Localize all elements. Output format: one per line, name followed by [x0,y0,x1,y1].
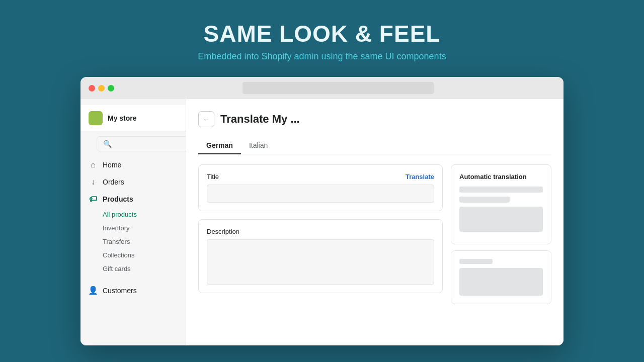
skeleton-mini-1 [459,259,493,264]
main-content: ← Translate My ... German Italian [186,99,564,345]
sidebar: My store 🔍 ⌂ Home ↓ Orders 🏷 Products [80,99,186,345]
sidebar-item-orders-label: Orders [103,178,124,186]
transfers-label: Transfers [103,238,130,245]
page-header: ← Translate My ... [198,111,551,127]
sidebar-item-customers-label: Customers [103,287,137,295]
sidebar-item-products-label: Products [103,195,133,203]
title-field-group: Title Translate [198,164,443,211]
browser-titlebar [80,77,564,99]
hero-subtitle: Embedded into Shopify admin using the sa… [198,51,446,62]
sidebar-subitem-collections[interactable]: Collections [80,248,186,262]
description-label: Description [207,228,434,235]
hero-section: SAME LOOK & FEEL Embedded into Shopify a… [198,0,446,77]
browser-dots [89,85,114,92]
sidebar-item-products[interactable]: 🏷 Products [80,191,186,208]
inventory-label: Inventory [103,224,129,232]
sidebar-item-home-label: Home [103,161,121,169]
tab-italian[interactable]: Italian [241,137,276,154]
store-logo [89,111,103,125]
collections-label: Collections [103,251,135,259]
tabs-container: German Italian [198,137,551,154]
skeleton-line-1 [459,187,543,193]
back-icon: ← [203,116,209,123]
description-textarea[interactable] [207,239,434,285]
auto-translate-title: Automatic translation [459,173,543,180]
bottom-nav: 👤 Customers [80,282,186,299]
url-bar[interactable] [243,82,434,94]
customers-icon: 👤 [89,286,98,295]
search-container: 🔍 [80,131,186,156]
translate-button[interactable]: Translate [406,173,434,180]
minimize-dot[interactable] [98,85,105,92]
tab-italian-label: Italian [249,141,268,149]
all-products-label: All products [103,211,137,218]
back-button[interactable]: ← [198,111,214,127]
sidebar-item-home[interactable]: ⌂ Home [80,156,186,173]
sidebar-subitem-gift-cards[interactable]: Gift cards [80,262,186,276]
browser-window: My store 🔍 ⌂ Home ↓ Orders 🏷 Products [80,77,564,345]
skeleton-block-2 [459,268,543,296]
search-icon: 🔍 [103,140,112,148]
store-header: My store [80,105,186,131]
orders-icon: ↓ [89,177,98,187]
description-field-group: Description [198,219,443,293]
second-card [451,250,551,304]
shopify-admin: My store 🔍 ⌂ Home ↓ Orders 🏷 Products [80,99,564,345]
sidebar-subitem-inventory[interactable]: Inventory [80,221,186,235]
right-panel: Automatic translation [451,164,551,304]
page-title: Translate My ... [220,113,300,126]
store-name: My store [108,114,137,122]
home-icon: ⌂ [89,160,98,169]
left-panel: Title Translate Description [198,164,443,304]
auto-translate-card: Automatic translation [451,164,551,244]
products-icon: 🏷 [89,195,98,204]
sidebar-item-orders[interactable]: ↓ Orders [80,173,186,191]
sidebar-subitem-all-products[interactable]: All products [80,208,186,221]
maximize-dot[interactable] [108,85,114,92]
skeleton-block-1 [459,207,543,232]
sidebar-item-customers[interactable]: 👤 Customers [80,282,186,299]
title-field-header: Title Translate [207,173,434,180]
tab-german[interactable]: German [198,137,241,154]
tab-german-label: German [206,141,233,149]
content-grid: Title Translate Description [198,164,551,304]
gift-cards-label: Gift cards [103,265,131,273]
skeleton-line-2 [459,197,510,203]
sidebar-subitem-transfers[interactable]: Transfers [80,235,186,248]
hero-title: SAME LOOK & FEEL [198,20,446,47]
title-label: Title [207,173,219,180]
close-dot[interactable] [89,85,95,92]
title-input[interactable] [207,185,434,203]
